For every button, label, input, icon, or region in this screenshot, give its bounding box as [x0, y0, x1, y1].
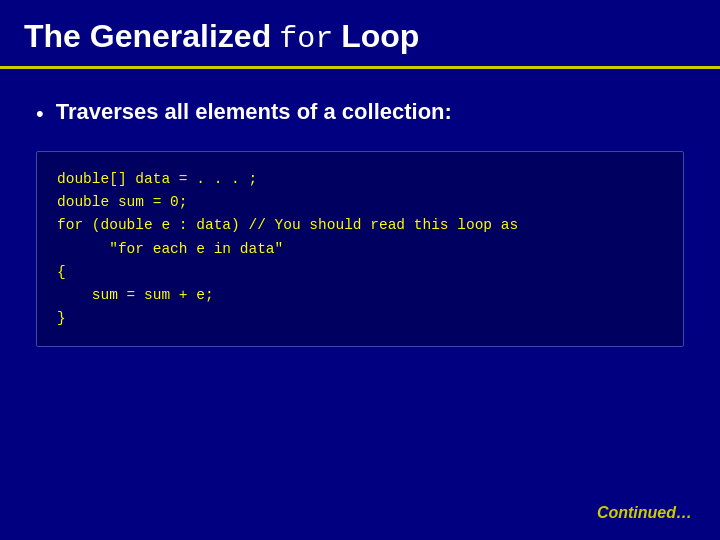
- bullet-icon: •: [36, 101, 44, 127]
- slide: The Generalized for Loop • Traverses all…: [0, 0, 720, 540]
- title-code: for: [279, 22, 333, 56]
- slide-header: The Generalized for Loop: [0, 0, 720, 69]
- slide-content: • Traverses all elements of a collection…: [0, 69, 720, 377]
- title-part1: The Generalized: [24, 18, 271, 55]
- continued-label: Continued…: [597, 504, 692, 522]
- code-block: double[] data = . . . ; double sum = 0; …: [36, 151, 684, 347]
- title-part2: Loop: [341, 18, 419, 55]
- bullet-text: Traverses all elements of a collection:: [56, 99, 452, 125]
- slide-title: The Generalized for Loop: [24, 18, 696, 56]
- bullet-item: • Traverses all elements of a collection…: [36, 99, 684, 127]
